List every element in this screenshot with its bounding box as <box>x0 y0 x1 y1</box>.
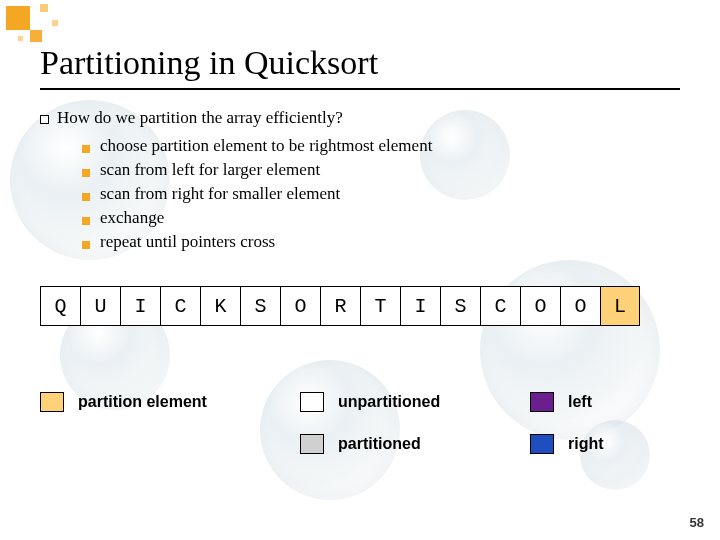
swatch-unpartitioned <box>300 392 324 412</box>
array-cell: U <box>80 286 120 326</box>
bullet-list: choose partition element to be rightmost… <box>40 136 680 252</box>
bullet-text: choose partition element to be rightmost… <box>100 136 432 156</box>
legend-label: left <box>568 393 592 411</box>
square-bullet-icon <box>82 217 90 225</box>
array-cell: O <box>280 286 320 326</box>
bullet-text: repeat until pointers cross <box>100 232 275 252</box>
hollow-square-bullet <box>40 115 49 124</box>
square-bullet-icon <box>82 193 90 201</box>
array-cell: O <box>560 286 600 326</box>
array-cell: S <box>440 286 480 326</box>
legend-label: partition element <box>78 393 207 411</box>
bullet-text: scan from right for smaller element <box>100 184 340 204</box>
array-cell: C <box>160 286 200 326</box>
legend-label: unpartitioned <box>338 393 440 411</box>
array-cell: K <box>200 286 240 326</box>
array-cell: R <box>320 286 360 326</box>
page-number: 58 <box>690 515 704 530</box>
bullet-text: scan from left for larger element <box>100 160 320 180</box>
array-cells: Q U I C K S O R T I S C O O L <box>40 286 680 326</box>
legend-label: partitioned <box>338 435 421 453</box>
lead-text: How do we partition the array efficientl… <box>57 108 343 128</box>
bullet-text: exchange <box>100 208 164 228</box>
swatch-partitioned <box>300 434 324 454</box>
square-bullet-icon <box>82 241 90 249</box>
array-cell: T <box>360 286 400 326</box>
square-bullet-icon <box>82 145 90 153</box>
array-cell: S <box>240 286 280 326</box>
array-cell: C <box>480 286 520 326</box>
array-cell: I <box>120 286 160 326</box>
swatch-partition-element <box>40 392 64 412</box>
title-rule <box>40 88 680 90</box>
legend: partition element unpartitioned left par… <box>40 392 680 454</box>
array-cell: I <box>400 286 440 326</box>
legend-label: right <box>568 435 604 453</box>
array-cell: O <box>520 286 560 326</box>
page-title: Partitioning in Quicksort <box>40 44 680 82</box>
swatch-right <box>530 434 554 454</box>
array-cell-partition: L <box>600 286 640 326</box>
lead-line: How do we partition the array efficientl… <box>40 108 680 128</box>
array-cell: Q <box>40 286 80 326</box>
square-bullet-icon <box>82 169 90 177</box>
swatch-left <box>530 392 554 412</box>
